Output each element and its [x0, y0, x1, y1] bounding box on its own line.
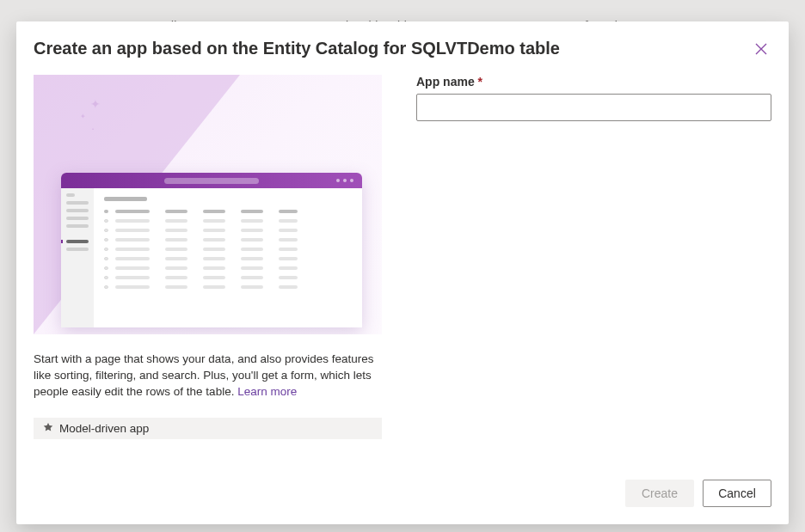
app-name-input[interactable]	[416, 94, 771, 121]
app-illustration: ✦ ✦ •	[34, 75, 382, 334]
cancel-button[interactable]: Cancel	[703, 480, 771, 507]
sparkle-icon: •	[92, 126, 94, 131]
close-button[interactable]	[751, 39, 771, 59]
app-name-label: App name *	[416, 75, 771, 89]
close-icon	[755, 43, 767, 55]
model-driven-app-badge: Model-driven app	[34, 418, 382, 439]
illustration-window	[61, 173, 362, 327]
modal-right-column: App name *	[416, 75, 771, 471]
app-name-label-text: App name	[416, 75, 475, 89]
description-text: Start with a page that shows your data, …	[34, 352, 373, 398]
badge-label: Model-driven app	[59, 422, 149, 435]
create-app-modal: Create an app based on the Entity Catalo…	[16, 21, 789, 524]
modal-body: ✦ ✦ •	[34, 59, 771, 471]
modal-footer: Create Cancel	[34, 471, 771, 507]
modal-left-column: ✦ ✦ •	[34, 75, 382, 471]
sparkle-icon: ✦	[80, 113, 86, 120]
create-button-label: Create	[642, 486, 678, 500]
sparkle-icon: ✦	[90, 97, 101, 111]
learn-more-link[interactable]: Learn more	[237, 385, 297, 398]
required-marker: *	[478, 75, 482, 89]
modal-title: Create an app based on the Entity Catalo…	[34, 39, 560, 58]
modal-description: Start with a page that shows your data, …	[34, 352, 382, 401]
model-driven-app-icon	[42, 422, 54, 434]
modal-header: Create an app based on the Entity Catalo…	[34, 39, 771, 59]
cancel-button-label: Cancel	[718, 486, 756, 500]
create-button[interactable]: Create	[625, 480, 694, 507]
